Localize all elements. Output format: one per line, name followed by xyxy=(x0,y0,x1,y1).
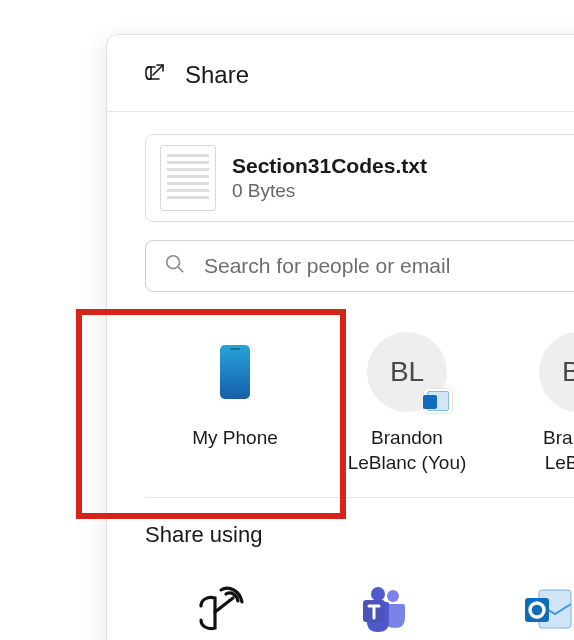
file-card[interactable]: Section31Codes.txt 0 Bytes xyxy=(145,134,574,222)
file-info: Section31Codes.txt 0 Bytes xyxy=(232,154,427,202)
phone-icon xyxy=(195,332,275,412)
avatar: BL xyxy=(367,332,447,412)
outlook-icon xyxy=(521,582,574,636)
dialog-header: Share xyxy=(107,35,574,112)
app-nearby-share[interactable] xyxy=(175,582,265,636)
dialog-title: Share xyxy=(185,61,249,89)
svg-point-2 xyxy=(387,590,399,602)
file-size: 0 Bytes xyxy=(232,180,427,202)
app-teams[interactable] xyxy=(339,582,429,636)
search-field[interactable] xyxy=(145,240,574,292)
file-icon xyxy=(160,145,216,211)
avatar-initials: BL xyxy=(390,356,424,388)
teams-icon xyxy=(357,582,411,636)
outlook-badge-icon xyxy=(423,388,453,414)
dialog-content: Section31Codes.txt 0 Bytes My Phone xyxy=(107,112,574,636)
target-contact[interactable]: BL Brandon LeBlanc xyxy=(519,332,574,475)
app-outlook[interactable] xyxy=(503,582,574,636)
target-label: My Phone xyxy=(165,426,305,451)
share-dialog: Share Section31Codes.txt 0 Bytes xyxy=(106,34,574,640)
avatar: BL xyxy=(539,332,574,412)
avatar-initials: BL xyxy=(562,356,574,388)
svg-point-3 xyxy=(371,587,385,601)
share-targets-row: My Phone BL Brandon LeBlanc (You) BL xyxy=(145,332,574,498)
target-contact-you[interactable]: BL Brandon LeBlanc (You) xyxy=(347,332,467,475)
target-label: Brandon LeBlanc xyxy=(509,426,574,475)
svg-point-0 xyxy=(167,256,180,269)
file-name: Section31Codes.txt xyxy=(232,154,427,178)
target-label: Brandon LeBlanc (You) xyxy=(337,426,477,475)
search-icon xyxy=(164,253,186,279)
search-input[interactable] xyxy=(204,254,574,278)
share-using-heading: Share using xyxy=(145,522,574,548)
share-icon xyxy=(143,61,167,89)
nearby-share-icon xyxy=(193,582,247,636)
svg-line-1 xyxy=(178,267,183,272)
target-my-phone[interactable]: My Phone xyxy=(175,332,295,475)
apps-row xyxy=(145,582,574,636)
